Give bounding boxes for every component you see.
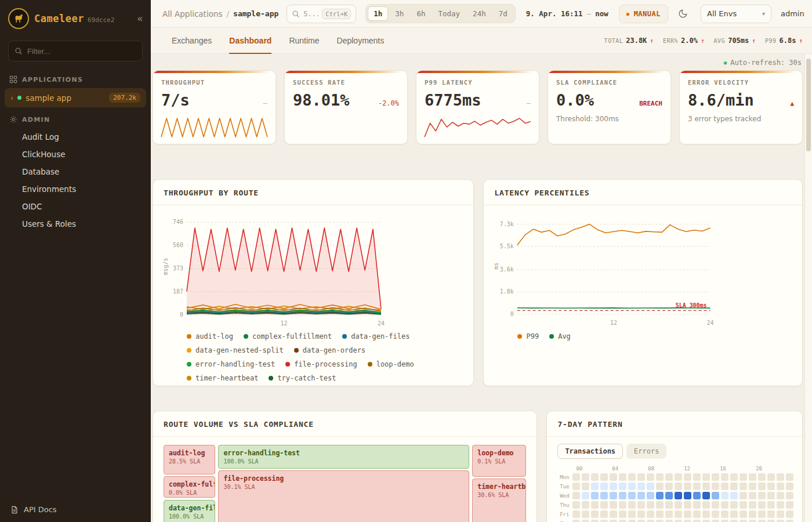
heatmap-cell bbox=[591, 483, 599, 490]
time-range-today[interactable]: Today bbox=[432, 6, 466, 21]
legend-item-data-gen-orders[interactable]: data-gen-orders bbox=[294, 346, 365, 354]
sidebar-item-api-docs[interactable]: API Docs bbox=[0, 497, 151, 522]
sidebar-item-users-roles[interactable]: Users & Roles bbox=[0, 215, 151, 233]
heatmap-cell bbox=[777, 473, 784, 481]
scrollbar-thumb[interactable] bbox=[806, 59, 811, 151]
legend-dot-icon bbox=[187, 348, 191, 353]
heatmap-cell bbox=[628, 483, 636, 490]
heatmap-cell bbox=[582, 483, 589, 490]
kpi-gradient-bar bbox=[680, 71, 802, 73]
tab-runtime[interactable]: Runtime bbox=[289, 28, 319, 53]
time-range-1h[interactable]: 1h bbox=[368, 6, 388, 21]
message-count-badge: 207.2k bbox=[109, 93, 140, 103]
heatmap-cell bbox=[749, 473, 756, 481]
treemap-box-file-processing[interactable]: file-processing30.1% SLA bbox=[218, 470, 469, 522]
legend-dot-icon bbox=[269, 376, 273, 380]
legend-dot-icon bbox=[187, 362, 191, 367]
heatmap-cell bbox=[712, 501, 719, 509]
legend-item-Avg[interactable]: Avg bbox=[549, 332, 571, 340]
kpi-row: THROUGHPUT 7/s– SUCCESS RATE 98.01%-2.0%… bbox=[153, 70, 803, 144]
legend-item-complex-fulfillment[interactable]: complex-fulfillment bbox=[244, 332, 332, 340]
manual-refresh-button[interactable]: ● MANUAL bbox=[619, 5, 668, 23]
legend-item-loop-demo[interactable]: loop-demo bbox=[368, 360, 414, 368]
sidebar-collapse-button[interactable]: « bbox=[137, 13, 143, 24]
heatmap-cell bbox=[712, 492, 719, 499]
legend-item-data-gen-files[interactable]: data-gen-files bbox=[342, 332, 409, 340]
heatmap-cell bbox=[702, 501, 710, 509]
legend-item-error-handling-test[interactable]: error-handling-test bbox=[187, 360, 275, 368]
panel-title: ROUTE VOLUME VS SLA COMPLIANCE bbox=[153, 411, 536, 437]
date-range-display[interactable]: 9. Apr. 16:11 — now bbox=[526, 9, 608, 18]
legend-item-P99[interactable]: P99 bbox=[517, 332, 539, 340]
api-docs-label: API Docs bbox=[24, 505, 57, 514]
heatmap-cell bbox=[693, 501, 701, 509]
search-input[interactable] bbox=[303, 10, 318, 18]
auto-refresh-status: ● Auto-refresh: 30s bbox=[153, 54, 803, 70]
env-select-value: All Envs bbox=[707, 9, 737, 18]
manual-dot-icon: ● bbox=[626, 11, 630, 17]
legend-item-audit-log[interactable]: audit-log bbox=[187, 332, 233, 340]
treemap-box-data-gen-files[interactable]: data-gen-files100.0% SLA bbox=[164, 500, 215, 522]
dark-mode-toggle[interactable] bbox=[674, 5, 693, 23]
treemap-box-name: file-processing bbox=[223, 474, 464, 483]
sidebar-item-audit-log[interactable]: Audit Log bbox=[0, 128, 151, 146]
breadcrumb-all-applications[interactable]: All Applications bbox=[162, 9, 223, 19]
treemap-box-audit-log[interactable]: audit-log28.5% SLA bbox=[164, 445, 215, 474]
sidebar-item-database[interactable]: Database bbox=[0, 163, 151, 180]
tab-deployments[interactable]: Deployments bbox=[337, 28, 385, 53]
time-range-6h[interactable]: 6h bbox=[411, 6, 431, 21]
sidebar-item-environments[interactable]: Environments bbox=[0, 180, 151, 198]
treemap-box-sla: 28.5% SLA bbox=[169, 458, 210, 465]
time-range-3h[interactable]: 3h bbox=[389, 6, 409, 21]
heatmap-cell bbox=[675, 492, 682, 499]
toggle-errors[interactable]: Errors bbox=[626, 444, 666, 459]
heatmap-hour-label: 04 bbox=[612, 466, 648, 472]
legend-label: error-handling-test bbox=[195, 360, 275, 368]
stat-total: TOTAL23.8K↑ bbox=[604, 37, 654, 45]
heatmap-cell bbox=[619, 520, 626, 522]
tab-dashboard[interactable]: Dashboard bbox=[229, 28, 271, 53]
legend-item-timer-heartbeat[interactable]: timer-heartbeat bbox=[187, 374, 258, 382]
kpi-gradient-bar bbox=[153, 71, 276, 73]
global-search[interactable]: Ctrl+K bbox=[287, 5, 356, 23]
heatmap-cell bbox=[665, 473, 673, 481]
sidebar-item-oidc[interactable]: OIDC bbox=[0, 198, 151, 215]
document-icon bbox=[10, 506, 19, 514]
treemap-box-complex-fulfil...[interactable]: complex-fulfil...0.0% SLA bbox=[164, 476, 215, 498]
legend-item-try-catch-test[interactable]: try-catch-test bbox=[269, 374, 336, 382]
heatmap-cell bbox=[591, 501, 599, 509]
sidebar-item-clickhouse[interactable]: ClickHouse bbox=[0, 146, 151, 163]
heatmap-cell bbox=[610, 520, 617, 522]
treemap-box-error-handling-test[interactable]: error-handling-test100.0% SLA bbox=[218, 445, 469, 469]
time-range-7d[interactable]: 7d bbox=[493, 6, 513, 21]
throughput-sparkline bbox=[160, 116, 269, 139]
legend-item-file-processing[interactable]: file-processing bbox=[285, 360, 357, 368]
svg-text:ms: ms bbox=[493, 263, 499, 270]
date-to: now bbox=[595, 9, 608, 18]
latency-chart-legend: P99Avg bbox=[492, 329, 794, 340]
toggle-transactions[interactable]: Transactions bbox=[557, 444, 623, 459]
tab-exchanges[interactable]: Exchanges bbox=[172, 28, 212, 53]
bottom-row: ROUTE VOLUME VS SLA COMPLIANCE audit-log… bbox=[153, 411, 803, 522]
sidebar-item-sample-app[interactable]: › sample app 207.2k bbox=[5, 88, 146, 107]
time-range-24h[interactable]: 24h bbox=[467, 6, 492, 21]
scrollbar-track[interactable] bbox=[804, 54, 812, 522]
heatmap-cell bbox=[721, 501, 728, 509]
svg-text:187: 187 bbox=[173, 288, 183, 295]
heatmap-cell bbox=[786, 492, 793, 499]
search-icon bbox=[14, 47, 23, 55]
svg-text:12: 12 bbox=[280, 320, 287, 327]
tabs-bar: Exchanges Dashboard Runtime Deployments … bbox=[151, 28, 812, 54]
treemap-box-loop-demo[interactable]: loop-demo0.1% SLA bbox=[472, 445, 526, 477]
kpi-delta: – bbox=[263, 99, 267, 107]
treemap-box-timer-heartbeat[interactable]: timer-heartbeat30.6% SLA bbox=[472, 478, 526, 522]
filter-input[interactable] bbox=[27, 47, 136, 56]
heatmap-day-label: Wed bbox=[557, 493, 572, 499]
legend-item-data-gen-nested-split[interactable]: data-gen-nested-split bbox=[187, 346, 284, 354]
kpi-value: 98.01% bbox=[293, 91, 350, 109]
heatmap-cell bbox=[758, 473, 766, 481]
expand-chevron-icon[interactable]: › bbox=[10, 93, 13, 102]
user-name[interactable]: admin bbox=[781, 9, 804, 18]
env-select[interactable]: All Envs ▾ bbox=[701, 5, 771, 23]
heatmap-cell bbox=[572, 492, 580, 499]
